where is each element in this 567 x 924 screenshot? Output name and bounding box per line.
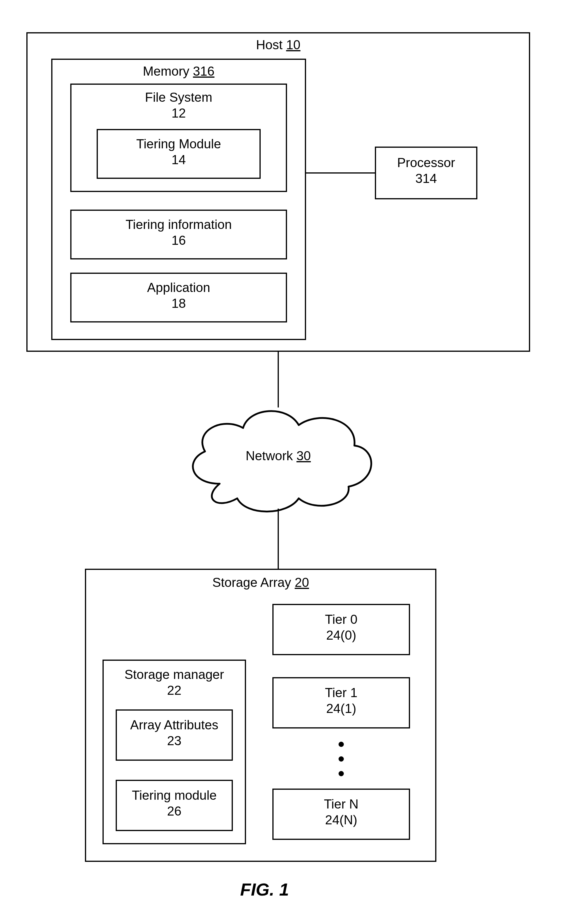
tiering-module-host-box: Tiering Module 14: [97, 129, 261, 179]
tier-ellipsis-dot: [339, 742, 344, 747]
tier-0-label: Tier 0 24(0): [273, 612, 409, 643]
storage-manager-ref: 22: [104, 683, 245, 698]
tiering-information-label: Tiering information 16: [72, 217, 286, 248]
tier-1-ref: 24(1): [273, 701, 409, 716]
tiering-module-storage-box: Tiering module 26: [116, 780, 233, 831]
processor-label: Processor 314: [376, 155, 476, 186]
processor-ref: 314: [376, 171, 476, 186]
tiering-information-ref: 16: [72, 233, 286, 248]
array-attributes-ref: 23: [117, 733, 232, 748]
processor-box: Processor 314: [375, 147, 477, 199]
host-ref: 10: [286, 38, 300, 52]
tier-1-title: Tier 1: [273, 685, 409, 700]
tiering-module-storage-ref: 26: [117, 804, 232, 819]
array-attributes-box: Array Attributes 23: [116, 709, 233, 761]
tier-0-title: Tier 0: [273, 612, 409, 627]
figure-page: Host 10 Memory 316 File System 12 Tierin…: [0, 0, 567, 924]
file-system-label: File System 12: [72, 90, 286, 120]
memory-title: Memory 316: [52, 64, 305, 79]
storage-array-title-text: Storage Array: [212, 575, 295, 590]
tiering-module-storage-label: Tiering module 26: [117, 788, 232, 819]
application-title: Application: [72, 280, 286, 295]
memory-ref: 316: [193, 64, 214, 78]
storage-array-ref: 20: [295, 575, 309, 590]
storage-manager-label: Storage manager 22: [104, 667, 245, 698]
tier-n-label: Tier N 24(N): [273, 797, 409, 827]
application-ref: 18: [72, 296, 286, 311]
tier-ellipsis-dot: [339, 756, 344, 761]
tier-1-box: Tier 1 24(1): [272, 677, 410, 728]
tiering-module-host-label: Tiering Module 14: [98, 137, 260, 167]
tiering-information-title: Tiering information: [72, 217, 286, 232]
application-box: Application 18: [70, 272, 287, 322]
tier-n-title: Tier N: [273, 797, 409, 811]
tiering-information-box: Tiering information 16: [70, 209, 287, 259]
tier-n-box: Tier N 24(N): [272, 789, 410, 840]
tiering-module-host-title: Tiering Module: [98, 137, 260, 151]
network-label: Network 30: [170, 448, 387, 464]
host-network-connector: [278, 352, 279, 408]
tier-0-box: Tier 0 24(0): [272, 604, 410, 655]
tiering-module-storage-title: Tiering module: [117, 788, 232, 803]
network-ref: 30: [296, 448, 311, 463]
storage-manager-title: Storage manager: [104, 667, 245, 682]
file-system-ref: 12: [72, 106, 286, 120]
tier-n-ref: 24(N): [273, 813, 409, 827]
host-title: Host 10: [27, 38, 529, 53]
processor-title: Processor: [376, 155, 476, 170]
storage-array-title: Storage Array 20: [86, 575, 435, 590]
tier-1-label: Tier 1 24(1): [273, 685, 409, 716]
host-title-text: Host: [256, 38, 286, 52]
tier-ellipsis-dot: [339, 771, 344, 776]
tier-0-ref: 24(0): [273, 628, 409, 643]
file-system-title: File System: [72, 90, 286, 105]
array-attributes-label: Array Attributes 23: [117, 718, 232, 748]
array-attributes-title: Array Attributes: [117, 718, 232, 732]
memory-title-text: Memory: [143, 64, 193, 78]
network-title: Network: [246, 448, 297, 463]
tiering-module-host-ref: 14: [98, 152, 260, 167]
figure-caption: FIG. 1: [240, 879, 289, 900]
network-storage-connector: [278, 509, 279, 569]
application-label: Application 18: [72, 280, 286, 311]
